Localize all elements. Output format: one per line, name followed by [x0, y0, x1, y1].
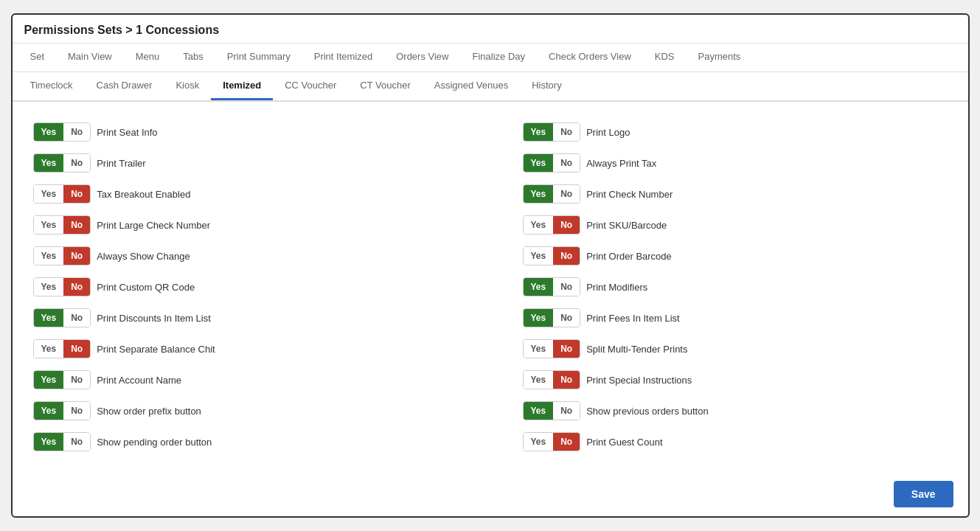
row-label: Show previous orders button — [586, 406, 708, 417]
yes-button[interactable]: Yes — [34, 216, 64, 234]
yes-button[interactable]: Yes — [524, 247, 554, 265]
no-button[interactable]: No — [63, 216, 90, 234]
row-label: Print Trailer — [97, 158, 145, 169]
yes-button[interactable]: Yes — [524, 216, 554, 234]
list-item: YesNoPrint Large Check Number — [30, 209, 490, 240]
list-item: YesNoPrint Discounts In Item List — [30, 302, 490, 333]
tab-tabs[interactable]: Tabs — [171, 44, 215, 72]
list-item: YesNoShow order prefix button — [30, 395, 490, 426]
toggle-group: YesNo — [523, 308, 581, 327]
yes-button[interactable]: Yes — [524, 154, 554, 172]
no-button[interactable]: No — [63, 340, 90, 358]
yes-button[interactable]: Yes — [524, 371, 554, 389]
tab-timeclock[interactable]: Timeclock — [18, 72, 85, 100]
no-button[interactable]: No — [553, 278, 580, 296]
no-button[interactable]: No — [63, 433, 90, 451]
no-button[interactable]: No — [553, 154, 580, 172]
toggle-group: YesNo — [523, 277, 581, 296]
no-button[interactable]: No — [553, 433, 580, 451]
tab-itemized[interactable]: Itemized — [211, 72, 273, 100]
list-item: YesNoShow pending order button — [30, 426, 490, 457]
tab-kds[interactable]: KDS — [643, 44, 687, 72]
no-button[interactable]: No — [63, 247, 90, 265]
page-title: Permissions Sets > 1 Concessions — [24, 24, 956, 37]
yes-button[interactable]: Yes — [524, 309, 554, 327]
yes-button[interactable]: Yes — [34, 123, 64, 141]
tab-main-view[interactable]: Main View — [56, 44, 124, 72]
yes-button[interactable]: Yes — [524, 433, 554, 451]
toggle-group: YesNo — [523, 122, 581, 142]
tab-set[interactable]: Set — [18, 44, 57, 72]
toggle-group: YesNo — [33, 370, 91, 389]
tab-history[interactable]: History — [520, 72, 573, 100]
row-label: Print Order Barcode — [586, 251, 672, 262]
yes-button[interactable]: Yes — [524, 185, 554, 203]
tab-finalize-day[interactable]: Finalize Day — [461, 44, 538, 72]
tab-kiosk[interactable]: Kiosk — [164, 72, 211, 100]
list-item: YesNoPrint Special Instructions — [520, 364, 951, 395]
yes-button[interactable]: Yes — [524, 123, 554, 141]
content-area: YesNoPrint Seat InfoYesNoPrint TrailerYe… — [13, 102, 968, 472]
yes-button[interactable]: Yes — [524, 402, 554, 420]
toggle-group: YesNo — [33, 246, 91, 266]
tab-check-orders-view[interactable]: Check Orders View — [537, 44, 643, 72]
no-button[interactable]: No — [553, 340, 580, 358]
tab-assigned-venues[interactable]: Assigned Venues — [423, 72, 520, 100]
row-label: Print Special Instructions — [586, 375, 692, 386]
no-button[interactable]: No — [553, 402, 580, 420]
row-label: Tax Breakout Enabled — [97, 189, 190, 200]
tab-payments[interactable]: Payments — [687, 44, 753, 72]
no-button[interactable]: No — [63, 278, 90, 296]
yes-button[interactable]: Yes — [34, 278, 64, 296]
no-button[interactable]: No — [553, 185, 580, 203]
row-label: Print Account Name — [97, 375, 181, 386]
list-item: YesNoPrint Logo — [520, 117, 951, 148]
toggle-group: YesNo — [33, 215, 91, 235]
toggle-group: YesNo — [523, 153, 581, 173]
row-label: Print SKU/Barcode — [586, 220, 667, 231]
no-button[interactable]: No — [63, 309, 90, 327]
toggle-group: YesNo — [33, 308, 91, 327]
yes-button[interactable]: Yes — [524, 278, 554, 296]
settings-grid: YesNoPrint Seat InfoYesNoPrint TrailerYe… — [30, 117, 951, 457]
no-button[interactable]: No — [63, 371, 90, 389]
toggle-group: YesNo — [523, 370, 581, 389]
yes-button[interactable]: Yes — [34, 371, 64, 389]
no-button[interactable]: No — [63, 185, 90, 203]
yes-button[interactable]: Yes — [34, 154, 64, 172]
no-button[interactable]: No — [553, 216, 580, 234]
row-label: Always Print Tax — [586, 158, 656, 169]
list-item: YesNoPrint Trailer — [30, 148, 490, 178]
list-item: YesNoPrint Fees In Item List — [520, 302, 951, 333]
left-column: YesNoPrint Seat InfoYesNoPrint TrailerYe… — [30, 117, 490, 457]
no-button[interactable]: No — [63, 154, 90, 172]
save-button[interactable]: Save — [894, 481, 953, 507]
yes-button[interactable]: Yes — [524, 340, 554, 358]
yes-button[interactable]: Yes — [34, 433, 64, 451]
tab-print-itemized[interactable]: Print Itemized — [302, 44, 384, 72]
no-button[interactable]: No — [553, 247, 580, 265]
yes-button[interactable]: Yes — [34, 340, 64, 358]
tab-cc-voucher[interactable]: CC Voucher — [273, 72, 348, 100]
yes-button[interactable]: Yes — [34, 247, 64, 265]
yes-button[interactable]: Yes — [34, 402, 64, 420]
no-button[interactable]: No — [553, 123, 580, 141]
list-item: YesNoPrint Custom QR Code — [30, 271, 490, 302]
row-label: Split Multi-Tender Prints — [586, 344, 687, 355]
toggle-group: YesNo — [33, 277, 91, 296]
no-button[interactable]: No — [553, 371, 580, 389]
row-label: Print Discounts In Item List — [97, 313, 211, 324]
tab-cash-drawer[interactable]: Cash Drawer — [85, 72, 164, 100]
yes-button[interactable]: Yes — [34, 185, 64, 203]
no-button[interactable]: No — [63, 402, 90, 420]
yes-button[interactable]: Yes — [34, 309, 64, 327]
list-item: YesNoPrint Check Number — [520, 178, 951, 209]
tab-ct-voucher[interactable]: CT Voucher — [348, 72, 422, 100]
no-button[interactable]: No — [553, 309, 580, 327]
tab-menu[interactable]: Menu — [124, 44, 172, 72]
row-label: Print Large Check Number — [97, 220, 210, 231]
list-item: YesNoAlways Show Change — [30, 240, 490, 271]
no-button[interactable]: No — [63, 123, 90, 141]
tab-orders-view[interactable]: Orders View — [384, 44, 460, 72]
tab-print-summary[interactable]: Print Summary — [215, 44, 302, 72]
